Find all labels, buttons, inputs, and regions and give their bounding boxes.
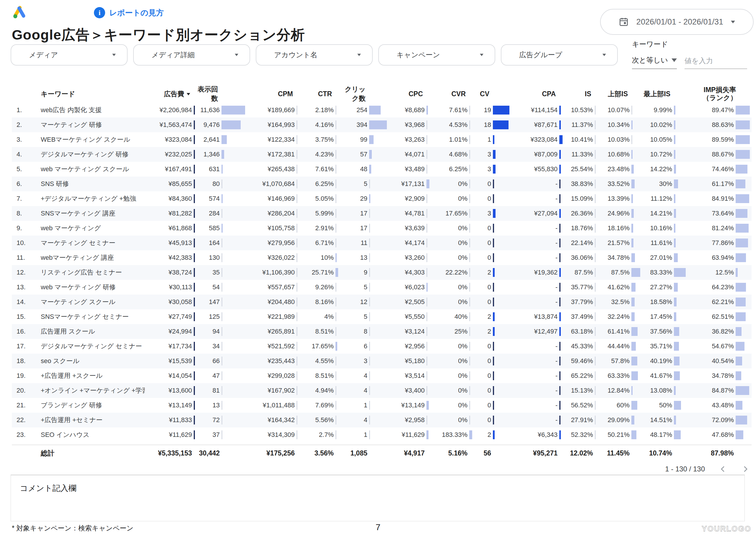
cell-spend: ¥85,655 <box>145 176 195 191</box>
cell-bar <box>672 206 688 221</box>
cell-cpm: ¥1,070,684 <box>245 176 298 191</box>
row-number: 3. <box>12 136 33 144</box>
cell-bar <box>630 132 641 147</box>
cell-imp_loss: 47.68% <box>688 427 752 442</box>
cell-bar <box>334 103 339 118</box>
cell-bar <box>734 383 752 398</box>
cell-bar <box>593 324 597 339</box>
cell-cpa: ¥12,497 <box>509 324 564 339</box>
cell-top_is: 13.39% <box>597 191 641 206</box>
cell-bar <box>593 162 597 176</box>
cell-bar <box>425 191 431 206</box>
cell-bar <box>425 295 431 309</box>
column-header-ctr[interactable]: CTR <box>298 90 339 98</box>
date-range-picker[interactable]: 2026/01/01 - 2026/01/31 <box>600 9 754 35</box>
cell-is: 11.33% <box>564 147 597 162</box>
cell-top_is: 24.96% <box>597 206 641 221</box>
cell-bar <box>192 265 195 280</box>
cell-bar <box>468 324 474 339</box>
filter-bar: メディアメディア詳細アカウント名キャンペーン広告グループ <box>11 44 618 66</box>
table-row: 19.+広告運用 +スクール¥14,05447¥299,0288.51%4¥3,… <box>12 368 752 383</box>
column-header-cv[interactable]: CV <box>474 90 509 98</box>
column-header-imp[interactable]: 表示回数 <box>195 85 245 103</box>
cell-bar <box>672 221 688 236</box>
table-row: 21.ブランディング 研修¥13,14913¥1,011,4887.69%1¥1… <box>12 398 752 413</box>
cell-is: 10.53% <box>564 103 597 118</box>
column-header-imp_loss[interactable]: IMP損失率（ランク） <box>688 86 752 102</box>
cell-bar <box>220 383 245 398</box>
cell-bar <box>557 176 564 191</box>
cell-cv: 19 <box>474 103 509 118</box>
date-range-value: 2026/01/01 - 2026/01/31 <box>636 17 723 27</box>
chevron-right-icon[interactable] <box>741 465 750 473</box>
cell-bar <box>672 132 688 147</box>
chevron-down-icon <box>235 54 238 56</box>
column-header-spend[interactable]: 広告費 <box>145 90 195 98</box>
cell-bar <box>192 427 195 442</box>
info-icon[interactable]: i <box>94 7 105 18</box>
filter-chip-account[interactable]: アカウント名 <box>256 44 373 66</box>
total-imp_loss: 87.98% <box>688 445 752 461</box>
filter-chip-media[interactable]: メディア <box>11 44 127 66</box>
filter-chip-campaign[interactable]: キャンペーン <box>378 44 495 66</box>
column-header-cpm[interactable]: CPM <box>245 90 298 98</box>
row-number: 16. <box>12 328 33 335</box>
cell-bar <box>557 191 564 206</box>
cell-bar <box>334 147 339 162</box>
cell-cvr: 0% <box>431 280 474 295</box>
cell-bar <box>593 383 597 398</box>
cell-spend: ¥27,749 <box>145 309 195 324</box>
column-header-cpc[interactable]: CPC <box>387 90 431 98</box>
keyword-value-input[interactable] <box>685 57 747 69</box>
cell-bar <box>192 354 195 368</box>
keyword-operator-value: 次と等しい <box>632 56 668 65</box>
cell-bar <box>334 354 339 368</box>
column-header-clicks[interactable]: クリック数 <box>339 85 387 103</box>
filter-chip-media-detail[interactable]: メディア詳細 <box>133 44 250 66</box>
cell-is: 10.41% <box>564 132 597 147</box>
column-header-cvr[interactable]: CVR <box>431 90 474 98</box>
column-header-is[interactable]: IS <box>564 90 597 98</box>
cell-bar <box>734 368 752 383</box>
cell-bar <box>593 191 597 206</box>
column-header-abs_top_is[interactable]: 最上部IS <box>641 90 688 98</box>
chevron-left-icon[interactable] <box>718 465 727 473</box>
cell-bar <box>734 176 752 191</box>
cell-bar <box>593 221 597 236</box>
cell-cpm: ¥172,381 <box>245 147 298 162</box>
cell-bar <box>672 103 688 118</box>
comment-box[interactable]: コメント記入欄 <box>11 475 745 521</box>
cell-abs_top_is: 30% <box>641 176 688 191</box>
cell-bar <box>557 236 564 250</box>
cell-cpm: ¥1,011,488 <box>245 398 298 413</box>
cell-imp: 35 <box>195 265 245 280</box>
cell-cpa: - <box>509 176 564 191</box>
cell-bar <box>672 295 688 309</box>
table-row: 5.web マーケティング スクール¥167,491631¥265,4387.6… <box>12 162 752 176</box>
total-ctr: 3.56% <box>298 445 339 461</box>
cell-top_is: 10.34% <box>597 118 641 132</box>
cell-bar <box>425 368 431 383</box>
cell-bar <box>468 265 474 280</box>
cell-bar <box>491 398 509 413</box>
column-header-keyword[interactable]: キーワード <box>33 90 145 98</box>
cell-cpc: ¥3,639 <box>387 221 431 236</box>
column-header-cpa[interactable]: CPA <box>509 90 564 98</box>
cell-cv: 2 <box>474 427 509 442</box>
filter-chip-ad-group[interactable]: 広告グループ <box>501 44 618 66</box>
cell-cv: 3 <box>474 147 509 162</box>
cell-bar <box>425 147 431 162</box>
cell-bar <box>367 324 387 339</box>
cell-bar <box>468 147 474 162</box>
cell-bar <box>334 118 339 132</box>
cell-bar <box>593 413 597 427</box>
cell-bar <box>367 354 387 368</box>
cell-bar <box>295 383 298 398</box>
keyword-operator-select[interactable]: 次と等しい <box>632 56 677 69</box>
report-guide-link[interactable]: レポートの見方 <box>109 8 164 18</box>
cell-bar <box>367 383 387 398</box>
column-header-top_is[interactable]: 上部IS <box>597 90 641 98</box>
watermark-logo: YOURLOGO <box>702 524 751 533</box>
cell-bar <box>425 354 431 368</box>
cell-abs_top_is: 10.02% <box>641 118 688 132</box>
